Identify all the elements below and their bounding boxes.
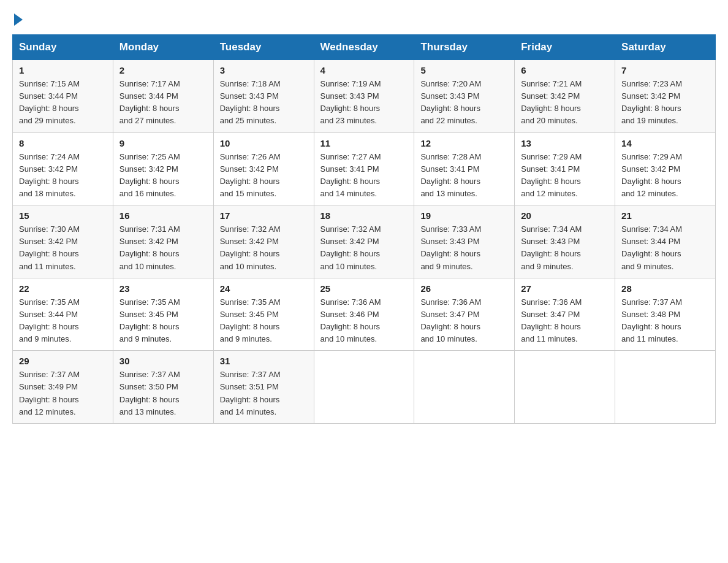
day-info: Sunrise: 7:34 AM Sunset: 3:43 PM Dayligh… bbox=[521, 223, 609, 273]
day-number: 1 bbox=[19, 65, 107, 75]
day-number: 20 bbox=[521, 210, 609, 221]
calendar-cell: 24 Sunrise: 7:35 AM Sunset: 3:45 PM Dayl… bbox=[213, 278, 314, 351]
day-info: Sunrise: 7:35 AM Sunset: 3:44 PM Dayligh… bbox=[19, 296, 107, 346]
day-number: 5 bbox=[420, 65, 508, 75]
calendar-cell: 27 Sunrise: 7:36 AM Sunset: 3:47 PM Dayl… bbox=[515, 278, 615, 351]
day-info: Sunrise: 7:34 AM Sunset: 3:44 PM Dayligh… bbox=[621, 223, 709, 273]
logo-top bbox=[12, 12, 23, 26]
header-saturday: Saturday bbox=[615, 35, 716, 60]
day-info: Sunrise: 7:20 AM Sunset: 3:43 PM Dayligh… bbox=[420, 78, 508, 128]
day-number: 12 bbox=[420, 138, 508, 148]
calendar-table: SundayMondayTuesdayWednesdayThursdayFrid… bbox=[12, 34, 716, 424]
calendar-cell: 10 Sunrise: 7:26 AM Sunset: 3:42 PM Dayl… bbox=[213, 132, 314, 205]
calendar-cell: 18 Sunrise: 7:32 AM Sunset: 3:42 PM Dayl… bbox=[314, 205, 414, 278]
day-number: 19 bbox=[420, 210, 508, 221]
day-info: Sunrise: 7:17 AM Sunset: 3:44 PM Dayligh… bbox=[119, 78, 207, 128]
calendar-cell: 15 Sunrise: 7:30 AM Sunset: 3:42 PM Dayl… bbox=[13, 205, 113, 278]
day-number: 31 bbox=[220, 356, 308, 366]
calendar-cell: 5 Sunrise: 7:20 AM Sunset: 3:43 PM Dayli… bbox=[414, 60, 515, 133]
day-info: Sunrise: 7:36 AM Sunset: 3:47 PM Dayligh… bbox=[420, 296, 508, 346]
calendar-cell: 13 Sunrise: 7:29 AM Sunset: 3:41 PM Dayl… bbox=[515, 132, 615, 205]
day-number: 4 bbox=[320, 65, 408, 75]
day-number: 29 bbox=[19, 356, 107, 366]
day-info: Sunrise: 7:23 AM Sunset: 3:42 PM Dayligh… bbox=[621, 78, 709, 128]
day-info: Sunrise: 7:19 AM Sunset: 3:43 PM Dayligh… bbox=[320, 78, 408, 128]
calendar-cell: 16 Sunrise: 7:31 AM Sunset: 3:42 PM Dayl… bbox=[113, 205, 213, 278]
day-info: Sunrise: 7:27 AM Sunset: 3:41 PM Dayligh… bbox=[320, 151, 408, 201]
header-friday: Friday bbox=[515, 35, 615, 60]
calendar-cell: 14 Sunrise: 7:29 AM Sunset: 3:42 PM Dayl… bbox=[615, 132, 716, 205]
week-row-2: 8 Sunrise: 7:24 AM Sunset: 3:42 PM Dayli… bbox=[13, 132, 716, 205]
day-number: 15 bbox=[19, 210, 107, 221]
day-info: Sunrise: 7:26 AM Sunset: 3:42 PM Dayligh… bbox=[220, 151, 308, 201]
calendar-cell: 22 Sunrise: 7:35 AM Sunset: 3:44 PM Dayl… bbox=[13, 278, 113, 351]
header-tuesday: Tuesday bbox=[213, 35, 314, 60]
day-number: 10 bbox=[220, 138, 308, 148]
calendar-cell: 11 Sunrise: 7:27 AM Sunset: 3:41 PM Dayl… bbox=[314, 132, 414, 205]
calendar-cell: 30 Sunrise: 7:37 AM Sunset: 3:50 PM Dayl… bbox=[113, 351, 213, 424]
day-number: 16 bbox=[119, 210, 207, 221]
day-number: 24 bbox=[220, 283, 308, 294]
day-number: 3 bbox=[220, 65, 308, 75]
day-info: Sunrise: 7:33 AM Sunset: 3:43 PM Dayligh… bbox=[420, 223, 508, 273]
calendar-cell: 19 Sunrise: 7:33 AM Sunset: 3:43 PM Dayl… bbox=[414, 205, 515, 278]
header-wednesday: Wednesday bbox=[314, 35, 414, 60]
calendar-cell: 28 Sunrise: 7:37 AM Sunset: 3:48 PM Dayl… bbox=[615, 278, 716, 351]
day-number: 28 bbox=[621, 283, 709, 294]
calendar-cell: 12 Sunrise: 7:28 AM Sunset: 3:41 PM Dayl… bbox=[414, 132, 515, 205]
day-info: Sunrise: 7:25 AM Sunset: 3:42 PM Dayligh… bbox=[119, 151, 207, 201]
calendar-cell: 4 Sunrise: 7:19 AM Sunset: 3:43 PM Dayli… bbox=[314, 60, 414, 133]
day-number: 21 bbox=[621, 210, 709, 221]
week-row-4: 22 Sunrise: 7:35 AM Sunset: 3:44 PM Dayl… bbox=[13, 278, 716, 351]
day-number: 17 bbox=[220, 210, 308, 221]
calendar-cell: 6 Sunrise: 7:21 AM Sunset: 3:42 PM Dayli… bbox=[515, 60, 615, 133]
header-monday: Monday bbox=[113, 35, 213, 60]
calendar-cell: 3 Sunrise: 7:18 AM Sunset: 3:43 PM Dayli… bbox=[213, 60, 314, 133]
day-info: Sunrise: 7:29 AM Sunset: 3:41 PM Dayligh… bbox=[521, 151, 609, 201]
calendar-cell: 7 Sunrise: 7:23 AM Sunset: 3:42 PM Dayli… bbox=[615, 60, 716, 133]
day-number: 23 bbox=[119, 283, 207, 294]
calendar-cell: 17 Sunrise: 7:32 AM Sunset: 3:42 PM Dayl… bbox=[213, 205, 314, 278]
day-number: 26 bbox=[420, 283, 508, 294]
calendar-cell: 26 Sunrise: 7:36 AM Sunset: 3:47 PM Dayl… bbox=[414, 278, 515, 351]
day-info: Sunrise: 7:37 AM Sunset: 3:49 PM Dayligh… bbox=[19, 369, 107, 418]
day-info: Sunrise: 7:37 AM Sunset: 3:50 PM Dayligh… bbox=[119, 369, 207, 418]
day-info: Sunrise: 7:37 AM Sunset: 3:51 PM Dayligh… bbox=[220, 369, 308, 418]
calendar-cell: 2 Sunrise: 7:17 AM Sunset: 3:44 PM Dayli… bbox=[113, 60, 213, 133]
calendar-cell: 20 Sunrise: 7:34 AM Sunset: 3:43 PM Dayl… bbox=[515, 205, 615, 278]
calendar-cell bbox=[314, 351, 414, 424]
header bbox=[12, 12, 716, 23]
day-number: 27 bbox=[521, 283, 609, 294]
day-number: 22 bbox=[19, 283, 107, 294]
day-number: 7 bbox=[621, 65, 709, 75]
day-info: Sunrise: 7:15 AM Sunset: 3:44 PM Dayligh… bbox=[19, 78, 107, 128]
day-number: 25 bbox=[320, 283, 408, 294]
calendar-cell: 31 Sunrise: 7:37 AM Sunset: 3:51 PM Dayl… bbox=[213, 351, 314, 424]
day-number: 13 bbox=[521, 138, 609, 148]
day-info: Sunrise: 7:30 AM Sunset: 3:42 PM Dayligh… bbox=[19, 223, 107, 273]
calendar-cell: 29 Sunrise: 7:37 AM Sunset: 3:49 PM Dayl… bbox=[13, 351, 113, 424]
day-number: 2 bbox=[119, 65, 207, 75]
day-info: Sunrise: 7:36 AM Sunset: 3:47 PM Dayligh… bbox=[521, 296, 609, 346]
logo-arrow-icon bbox=[14, 13, 23, 26]
day-info: Sunrise: 7:29 AM Sunset: 3:42 PM Dayligh… bbox=[621, 151, 709, 201]
day-info: Sunrise: 7:24 AM Sunset: 3:42 PM Dayligh… bbox=[19, 151, 107, 201]
week-row-5: 29 Sunrise: 7:37 AM Sunset: 3:49 PM Dayl… bbox=[13, 351, 716, 424]
calendar-cell: 25 Sunrise: 7:36 AM Sunset: 3:46 PM Dayl… bbox=[314, 278, 414, 351]
day-info: Sunrise: 7:37 AM Sunset: 3:48 PM Dayligh… bbox=[621, 296, 709, 346]
calendar-cell: 1 Sunrise: 7:15 AM Sunset: 3:44 PM Dayli… bbox=[13, 60, 113, 133]
day-info: Sunrise: 7:21 AM Sunset: 3:42 PM Dayligh… bbox=[521, 78, 609, 128]
day-info: Sunrise: 7:32 AM Sunset: 3:42 PM Dayligh… bbox=[220, 223, 308, 273]
day-info: Sunrise: 7:32 AM Sunset: 3:42 PM Dayligh… bbox=[320, 223, 408, 273]
header-thursday: Thursday bbox=[414, 35, 515, 60]
day-info: Sunrise: 7:35 AM Sunset: 3:45 PM Dayligh… bbox=[220, 296, 308, 346]
day-info: Sunrise: 7:28 AM Sunset: 3:41 PM Dayligh… bbox=[420, 151, 508, 201]
calendar-cell bbox=[515, 351, 615, 424]
day-number: 9 bbox=[119, 138, 207, 148]
calendar-cell: 8 Sunrise: 7:24 AM Sunset: 3:42 PM Dayli… bbox=[13, 132, 113, 205]
week-row-1: 1 Sunrise: 7:15 AM Sunset: 3:44 PM Dayli… bbox=[13, 60, 716, 133]
day-number: 30 bbox=[119, 356, 207, 366]
day-info: Sunrise: 7:31 AM Sunset: 3:42 PM Dayligh… bbox=[119, 223, 207, 273]
day-info: Sunrise: 7:36 AM Sunset: 3:46 PM Dayligh… bbox=[320, 296, 408, 346]
calendar-cell bbox=[615, 351, 716, 424]
